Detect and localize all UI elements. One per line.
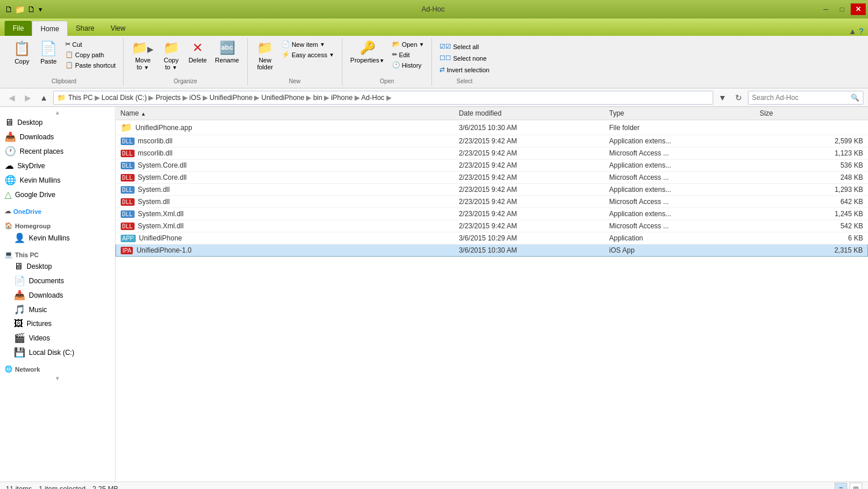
- move-to-button[interactable]: 📁▶ Moveto ▼: [128, 39, 157, 72]
- paste-button[interactable]: 📄 Paste: [36, 39, 61, 66]
- cut-label: Cut: [72, 41, 82, 48]
- forward-button[interactable]: ▶: [21, 91, 35, 105]
- close-button[interactable]: ✕: [851, 3, 866, 15]
- large-icons-button[interactable]: ⊞: [850, 483, 862, 490]
- column-header-type[interactable]: Type: [605, 107, 755, 120]
- breadcrumb-adhoc[interactable]: Ad-Hoc: [362, 94, 385, 102]
- breadcrumb-unifiediphone2[interactable]: UnifiediPhone: [261, 94, 304, 102]
- table-row[interactable]: DLL System.Core.dll 2/23/2015 9:42 AM Ap…: [116, 160, 868, 172]
- select-all-button[interactable]: ☑☑ Select all: [437, 42, 492, 51]
- new-folder-icon: 📁: [257, 40, 273, 55]
- tab-share[interactable]: Share: [68, 21, 102, 36]
- table-row[interactable]: DLL System.dll 2/23/2015 9:42 AM Microso…: [116, 196, 868, 208]
- copy-button[interactable]: 📋 Copy: [9, 39, 35, 66]
- paste-shortcut-icon: 📋: [65, 61, 73, 69]
- back-button[interactable]: ◀: [5, 91, 18, 105]
- sidebar-item-kevin-fav[interactable]: 🌐 Kevin Mullins: [0, 173, 115, 187]
- sidebar-section-label: OneDrive: [13, 208, 42, 215]
- search-box[interactable]: 🔍: [748, 91, 863, 105]
- search-input[interactable]: [752, 94, 848, 102]
- table-row[interactable]: DLL System.Xml.dll 2/23/2015 9:42 AM Mic…: [116, 220, 868, 232]
- copy-to-button[interactable]: 📁 Copyto ▼: [158, 39, 184, 72]
- breadcrumb-this-pc[interactable]: This PC: [68, 94, 93, 102]
- column-header-size[interactable]: Size: [755, 107, 867, 120]
- table-row[interactable]: IPA UnifiediPhone-1.0 3/6/2015 10:30 AM …: [116, 244, 868, 257]
- tab-home[interactable]: Home: [32, 21, 68, 36]
- table-row[interactable]: DLL System.dll 2/23/2015 9:42 AM Applica…: [116, 184, 868, 196]
- sidebar-item-kevin-hg[interactable]: 👤 Kevin Mullins: [0, 231, 115, 245]
- tab-view[interactable]: View: [102, 21, 133, 36]
- sidebar-item-videos[interactable]: 🎬 Videos: [0, 331, 115, 345]
- easy-access-arrow: ▼: [329, 52, 334, 58]
- clipboard-small-buttons: ✂ Cut 📋 Copy path 📋 Paste shortcut: [62, 39, 118, 70]
- paste-shortcut-button[interactable]: 📋 Paste shortcut: [62, 60, 118, 70]
- select-none-button[interactable]: ☐☐ Select none: [437, 53, 492, 63]
- sidebar-item-music[interactable]: 🎵 Music: [0, 302, 115, 317]
- new-folder-button[interactable]: 📁 Newfolder: [252, 39, 278, 72]
- invert-selection-button[interactable]: ⇄ Invert selection: [437, 65, 492, 75]
- table-row[interactable]: DLL System.Xml.dll 2/23/2015 9:42 AM App…: [116, 208, 868, 220]
- details-view-button[interactable]: ≡: [835, 483, 847, 490]
- rename-button[interactable]: 🔤 Rename: [211, 39, 243, 65]
- edit-button[interactable]: ✏ Edit: [389, 50, 427, 60]
- window-controls: ─ □ ✕: [818, 3, 868, 15]
- cut-button[interactable]: ✂ Cut: [62, 39, 118, 49]
- sidebar-item-label: Kevin Mullins: [20, 176, 61, 184]
- table-row[interactable]: 📁 UnifiediPhone.app 3/6/2015 10:30 AM Fi…: [116, 120, 868, 135]
- column-header-name[interactable]: Name ▲: [116, 107, 455, 120]
- breadcrumb-local-disk[interactable]: Local Disk (C:): [102, 94, 147, 102]
- sidebar-section-label: Network: [15, 366, 40, 373]
- easy-access-icon: ⚡: [282, 51, 290, 58]
- refresh-button[interactable]: ↻: [732, 91, 746, 105]
- sidebar-section-homegroup: 🏠 Homegroup: [0, 220, 115, 231]
- file-name-cell: IPA UnifiediPhone-1.0: [116, 244, 455, 257]
- up-button[interactable]: ▲: [37, 91, 51, 105]
- sidebar-item-skydrive[interactable]: ☁ SkyDrive: [0, 158, 115, 173]
- new-item-button[interactable]: 📄 New item ▼: [279, 39, 337, 49]
- breadcrumb-unifiediphone1[interactable]: UnifiediPhone: [210, 94, 253, 102]
- breadcrumb-projects[interactable]: Projects: [155, 94, 180, 102]
- file-table-body: 📁 UnifiediPhone.app 3/6/2015 10:30 AM Fi…: [116, 120, 868, 257]
- sidebar-item-desktop-fav[interactable]: 🖥 Desktop: [0, 116, 115, 129]
- file-size: 1,245 KB: [755, 208, 867, 220]
- history-button[interactable]: 🕐 History: [389, 60, 427, 70]
- breadcrumb-bin[interactable]: bin: [313, 94, 322, 102]
- file-type: Microsoft Access ...: [605, 220, 755, 232]
- sidebar-item-google-drive[interactable]: △ Google Drive: [0, 187, 115, 202]
- sidebar-item-documents[interactable]: 📄 Documents: [0, 273, 115, 288]
- ribbon-group-clipboard: 📋 Copy 📄 Paste ✂ Cut 📋 Copy path 📋 Past: [5, 38, 124, 86]
- properties-label: Properties▼: [351, 57, 385, 64]
- qat-dropdown[interactable]: ▼: [38, 6, 43, 13]
- easy-access-button[interactable]: ⚡ Easy access ▼: [279, 50, 337, 60]
- breadcrumb-sep-7: ▶: [324, 94, 329, 102]
- column-header-date[interactable]: Date modified: [454, 107, 604, 120]
- address-path[interactable]: 📁 This PC ▶ Local Disk (C:) ▶ Projects ▶…: [53, 91, 713, 105]
- delete-button[interactable]: ✕ Delete: [185, 39, 210, 65]
- file-date: 2/23/2015 9:42 AM: [454, 135, 604, 147]
- sidebar-item-desktop-pc[interactable]: 🖥 Desktop: [0, 260, 115, 273]
- file-type: File folder: [605, 120, 755, 135]
- sidebar-item-pictures[interactable]: 🖼 Pictures: [0, 317, 115, 331]
- ribbon-tab-bar: File Home Share View ▲ ?: [0, 18, 868, 36]
- maximize-button[interactable]: □: [835, 3, 850, 15]
- address-dropdown-button[interactable]: ▼: [716, 91, 729, 105]
- help-icon[interactable]: ?: [859, 27, 863, 36]
- table-row[interactable]: APP UnifiediPhone 3/6/2015 10:29 AM Appl…: [116, 232, 868, 244]
- sidebar-item-downloads-fav[interactable]: 📥 Downloads: [0, 129, 115, 144]
- tab-file[interactable]: File: [5, 21, 32, 36]
- file-name-cell: DLL mscorlib.dll: [116, 135, 455, 147]
- open-button[interactable]: 📂 Open ▼: [389, 39, 427, 49]
- table-row[interactable]: DLL mscorlib.dll 2/23/2015 9:42 AM Appli…: [116, 135, 868, 147]
- sidebar-item-local-disk[interactable]: 💾 Local Disk (C:): [0, 345, 115, 360]
- table-row[interactable]: DLL System.Core.dll 2/23/2015 9:42 AM Mi…: [116, 172, 868, 184]
- breadcrumb-iphone[interactable]: iPhone: [331, 94, 352, 102]
- properties-button[interactable]: 🔑 Properties▼: [347, 39, 388, 65]
- minimize-button[interactable]: ─: [818, 3, 833, 15]
- table-row[interactable]: DLL mscorlib.dll 2/23/2015 9:42 AM Micro…: [116, 147, 868, 160]
- sidebar-item-downloads-pc[interactable]: 📥 Downloads: [0, 288, 115, 302]
- ribbon-collapse-button[interactable]: ▲: [848, 27, 856, 36]
- breadcrumb-ios[interactable]: iOS: [189, 94, 201, 102]
- copy-path-button[interactable]: 📋 Copy path: [62, 50, 118, 60]
- cut-icon: ✂: [65, 40, 70, 48]
- sidebar-item-recent-places[interactable]: 🕐 Recent places: [0, 144, 115, 158]
